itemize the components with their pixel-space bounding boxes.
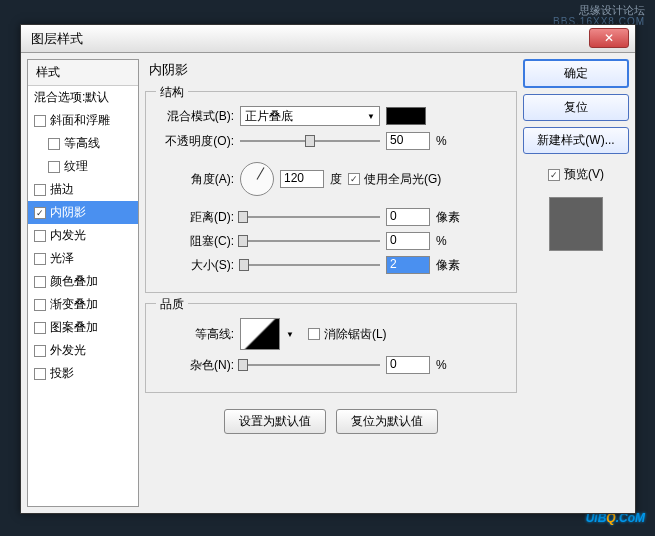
- action-panel: 确定 复位 新建样式(W)... 预览(V): [523, 59, 629, 507]
- style-item-label: 图案叠加: [50, 319, 98, 336]
- angle-label: 角度(A):: [156, 171, 234, 188]
- reset-default-button[interactable]: 复位为默认值: [336, 409, 438, 434]
- chevron-down-icon: ▼: [286, 330, 294, 339]
- blend-mode-label: 混合模式(B):: [156, 108, 234, 125]
- opacity-slider[interactable]: [240, 140, 380, 142]
- shadow-color-swatch[interactable]: [386, 107, 426, 125]
- opacity-label: 不透明度(O):: [156, 133, 234, 150]
- distance-slider[interactable]: [240, 216, 380, 218]
- style-item[interactable]: 外发光: [28, 339, 138, 362]
- styles-header: 样式: [28, 60, 138, 86]
- size-slider[interactable]: [240, 264, 380, 266]
- checkbox-icon[interactable]: [34, 115, 46, 127]
- style-item-label: 光泽: [50, 250, 74, 267]
- checkbox-icon[interactable]: [34, 299, 46, 311]
- chevron-down-icon: ▼: [367, 112, 375, 121]
- checkbox-icon: [348, 173, 360, 185]
- cancel-button[interactable]: 复位: [523, 94, 629, 121]
- checkbox-icon[interactable]: [34, 253, 46, 265]
- section-title: 内阴影: [145, 59, 517, 81]
- style-item[interactable]: 等高线: [28, 132, 138, 155]
- style-item[interactable]: 投影: [28, 362, 138, 385]
- make-default-button[interactable]: 设置为默认值: [224, 409, 326, 434]
- distance-unit: 像素: [436, 209, 464, 226]
- checkbox-icon[interactable]: [48, 138, 60, 150]
- style-item-label: 内阴影: [50, 204, 86, 221]
- antialias-checkbox[interactable]: 消除锯齿(L): [308, 326, 387, 343]
- style-item[interactable]: 图案叠加: [28, 316, 138, 339]
- close-button[interactable]: ✕: [589, 28, 629, 48]
- noise-slider[interactable]: [240, 364, 380, 366]
- style-item[interactable]: 斜面和浮雕: [28, 109, 138, 132]
- style-item-label: 内发光: [50, 227, 86, 244]
- choke-slider[interactable]: [240, 240, 380, 242]
- checkbox-icon[interactable]: [34, 230, 46, 242]
- checkbox-icon[interactable]: [34, 184, 46, 196]
- style-item[interactable]: 纹理: [28, 155, 138, 178]
- size-unit: 像素: [436, 257, 464, 274]
- style-item[interactable]: 描边: [28, 178, 138, 201]
- opacity-input[interactable]: 50: [386, 132, 430, 150]
- checkbox-icon[interactable]: [34, 207, 46, 219]
- choke-input[interactable]: 0: [386, 232, 430, 250]
- contour-picker[interactable]: [240, 318, 280, 350]
- style-item-label: 描边: [50, 181, 74, 198]
- checkbox-icon[interactable]: [34, 368, 46, 380]
- style-item-label: 渐变叠加: [50, 296, 98, 313]
- size-input[interactable]: 2: [386, 256, 430, 274]
- checkbox-icon[interactable]: [34, 322, 46, 334]
- choke-label: 阻塞(C):: [156, 233, 234, 250]
- structure-fieldset: 结构 混合模式(B): 正片叠底 ▼ 不透明度(O): 50 % 角: [145, 91, 517, 293]
- quality-legend: 品质: [156, 296, 188, 313]
- size-label: 大小(S):: [156, 257, 234, 274]
- contour-label: 等高线:: [156, 326, 234, 343]
- titlebar[interactable]: 图层样式 ✕: [21, 25, 635, 53]
- noise-input[interactable]: 0: [386, 356, 430, 374]
- quality-fieldset: 品质 等高线: ▼ 消除锯齿(L) 杂色(N): 0 %: [145, 303, 517, 393]
- noise-unit: %: [436, 358, 464, 372]
- style-item-label: 等高线: [64, 135, 100, 152]
- settings-panel: 内阴影 结构 混合模式(B): 正片叠底 ▼ 不透明度(O): 50 %: [145, 59, 517, 507]
- style-item-label: 颜色叠加: [50, 273, 98, 290]
- checkbox-icon[interactable]: [34, 276, 46, 288]
- preview-swatch: [549, 197, 603, 251]
- angle-input[interactable]: 120: [280, 170, 324, 188]
- angle-dial[interactable]: [240, 162, 274, 196]
- style-item[interactable]: 光泽: [28, 247, 138, 270]
- noise-label: 杂色(N):: [156, 357, 234, 374]
- global-light-checkbox[interactable]: 使用全局光(G): [348, 171, 441, 188]
- layer-style-dialog: 图层样式 ✕ 样式 混合选项:默认 斜面和浮雕等高线纹理描边内阴影内发光光泽颜色…: [20, 24, 636, 514]
- preview-checkbox[interactable]: 预览(V): [523, 166, 629, 183]
- angle-unit: 度: [330, 171, 342, 188]
- style-item[interactable]: 内阴影: [28, 201, 138, 224]
- checkbox-icon: [308, 328, 320, 340]
- style-item-label: 纹理: [64, 158, 88, 175]
- checkbox-icon: [548, 169, 560, 181]
- ok-button[interactable]: 确定: [523, 59, 629, 88]
- blend-mode-select[interactable]: 正片叠底 ▼: [240, 106, 380, 126]
- distance-label: 距离(D):: [156, 209, 234, 226]
- checkbox-icon[interactable]: [34, 345, 46, 357]
- style-item-label: 投影: [50, 365, 74, 382]
- style-item-label: 斜面和浮雕: [50, 112, 110, 129]
- opacity-unit: %: [436, 134, 464, 148]
- choke-unit: %: [436, 234, 464, 248]
- style-item[interactable]: 渐变叠加: [28, 293, 138, 316]
- new-style-button[interactable]: 新建样式(W)...: [523, 127, 629, 154]
- style-item-label: 外发光: [50, 342, 86, 359]
- checkbox-icon[interactable]: [48, 161, 60, 173]
- dialog-title: 图层样式: [31, 31, 83, 46]
- style-item[interactable]: 颜色叠加: [28, 270, 138, 293]
- structure-legend: 结构: [156, 84, 188, 101]
- distance-input[interactable]: 0: [386, 208, 430, 226]
- styles-list-panel: 样式 混合选项:默认 斜面和浮雕等高线纹理描边内阴影内发光光泽颜色叠加渐变叠加图…: [27, 59, 139, 507]
- style-item[interactable]: 内发光: [28, 224, 138, 247]
- blend-options-item[interactable]: 混合选项:默认: [28, 86, 138, 109]
